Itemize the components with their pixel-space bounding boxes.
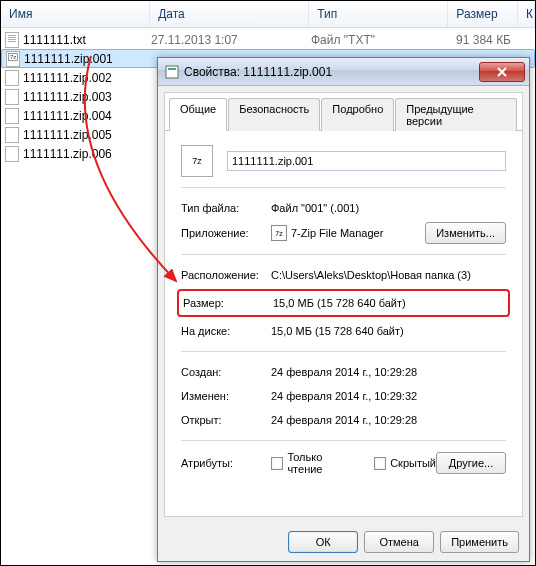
tab-general[interactable]: Общие <box>169 98 227 131</box>
file-icon <box>5 32 19 48</box>
titlebar-app-icon <box>164 64 180 80</box>
label-modified: Изменен: <box>181 390 271 402</box>
separator <box>181 351 506 352</box>
filename-input[interactable] <box>227 151 506 171</box>
file-name: 1111111.zip.003 <box>23 90 112 104</box>
file-icon <box>5 146 19 162</box>
file-icon <box>5 70 19 86</box>
file-name: 1111111.txt <box>23 33 86 47</box>
value-filetype: Файл "001" (.001) <box>271 202 506 214</box>
label-size: Размер: <box>183 297 273 309</box>
value-created: 24 февраля 2014 г., 10:29:28 <box>271 366 506 378</box>
other-attributes-button[interactable]: Другие... <box>436 452 506 474</box>
file-type-icon: 7z <box>181 145 213 177</box>
tab-security[interactable]: Безопасность <box>228 98 320 131</box>
separator <box>181 440 506 441</box>
dialog-button-row: ОК Отмена Применить <box>158 523 529 561</box>
label-ondisk: На диске: <box>181 325 271 337</box>
checkbox-hidden[interactable] <box>374 457 386 470</box>
file-name: 1111111.zip.001 <box>24 52 113 66</box>
value-location: C:\Users\Aleks\Desktop\Новая папка (3) <box>271 269 506 281</box>
checkbox-readonly[interactable] <box>271 457 283 470</box>
file-name: 1111111.zip.005 <box>23 128 112 142</box>
col-header-size[interactable]: Размер <box>448 1 518 27</box>
close-button[interactable] <box>479 62 525 82</box>
value-ondisk: 15,0 МБ (15 728 640 байт) <box>271 325 506 337</box>
separator <box>181 187 506 188</box>
sevenzip-icon: 7z <box>271 225 287 241</box>
file-icon <box>5 89 19 105</box>
separator <box>181 254 506 255</box>
file-date: 27.11.2013 1:07 <box>151 33 311 47</box>
tabstrip: Общие Безопасность Подробно Предыдущие в… <box>165 93 522 131</box>
label-readonly: Только чтение <box>287 451 356 475</box>
value-modified: 24 февраля 2014 г., 10:29:32 <box>271 390 506 402</box>
file-name: 1111111.zip.006 <box>23 147 112 161</box>
col-header-date[interactable]: Дата <box>150 1 309 27</box>
label-app: Приложение: <box>181 227 271 239</box>
label-accessed: Открыт: <box>181 414 271 426</box>
apply-button[interactable]: Применить <box>440 531 519 553</box>
cancel-button[interactable]: Отмена <box>364 531 434 553</box>
label-location: Расположение: <box>181 269 271 281</box>
value-size: 15,0 МБ (15 728 640 байт) <box>273 297 504 309</box>
value-app: 7z 7-Zip File Manager <box>271 225 425 241</box>
properties-dialog: Свойства: 1111111.zip.001 Общие Безопасн… <box>157 57 530 562</box>
svg-rect-1 <box>168 68 176 70</box>
label-hidden: Скрытый <box>390 457 436 469</box>
dialog-title: Свойства: 1111111.zip.001 <box>184 65 479 79</box>
tab-previous[interactable]: Предыдущие версии <box>395 98 517 131</box>
label-filetype: Тип файла: <box>181 202 271 214</box>
file-name: 1111111.zip.004 <box>23 109 112 123</box>
col-header-type[interactable]: Тип <box>309 1 448 27</box>
tab-details[interactable]: Подробно <box>321 98 394 131</box>
label-created: Создан: <box>181 366 271 378</box>
value-app-text: 7-Zip File Manager <box>291 227 383 239</box>
col-header-name[interactable]: Имя <box>1 1 150 27</box>
label-attributes: Атрибуты: <box>181 457 271 469</box>
file-size: 91 384 КБ <box>451 33 521 47</box>
explorer-column-headers: Имя Дата Тип Размер К <box>1 1 535 28</box>
col-header-extra[interactable]: К <box>518 1 535 27</box>
value-accessed: 24 февраля 2014 г., 10:29:28 <box>271 414 506 426</box>
file-name: 1111111.zip.002 <box>23 71 112 85</box>
highlight-size-row: Размер: 15,0 МБ (15 728 640 байт) <box>177 289 510 317</box>
file-icon <box>5 108 19 124</box>
svg-rect-0 <box>166 66 178 78</box>
dialog-titlebar[interactable]: Свойства: 1111111.zip.001 <box>158 58 529 86</box>
close-icon <box>497 67 507 77</box>
file-icon <box>6 51 20 67</box>
tab-content-general: 7z Тип файла: Файл "001" (.001) Приложен… <box>165 131 522 516</box>
file-type: Файл "TXT" <box>311 33 451 47</box>
ok-button[interactable]: ОК <box>288 531 358 553</box>
change-app-button[interactable]: Изменить... <box>425 222 506 244</box>
dialog-body: Общие Безопасность Подробно Предыдущие в… <box>164 92 523 517</box>
file-row[interactable]: 1111111.txt27.11.2013 1:07Файл "TXT"91 3… <box>1 30 535 49</box>
file-icon <box>5 127 19 143</box>
